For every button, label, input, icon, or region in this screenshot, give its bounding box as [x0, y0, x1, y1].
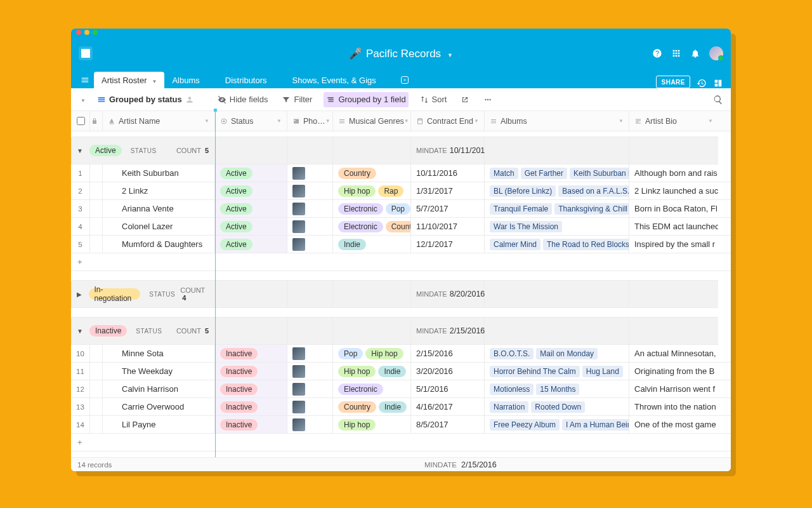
cell-genres[interactable]: Indie	[333, 236, 411, 253]
window-zoom-button[interactable]	[93, 30, 98, 35]
cell-contract-end[interactable]: 11/10/2017	[411, 218, 485, 235]
cell-contract-end[interactable]: 3/20/2016	[411, 363, 485, 380]
cell-status[interactable]: Inactive	[215, 380, 287, 398]
cell-status[interactable]: Inactive	[215, 345, 287, 362]
cell-albums[interactable]: Motionless15 Months	[485, 380, 629, 398]
collapse-views-icon[interactable]	[79, 95, 86, 104]
apps-grid-icon[interactable]	[671, 48, 681, 58]
cell-artist-name[interactable]: The Weekday	[103, 363, 215, 380]
cell-artist-name[interactable]: Keith Suburban	[103, 164, 215, 182]
filter-button[interactable]: Filter	[279, 92, 315, 107]
bell-icon[interactable]	[690, 48, 700, 58]
table-row[interactable]: 1Keith SuburbanActiveCountry10/11/2016Ma…	[71, 164, 731, 182]
cell-contract-end[interactable]: 8/5/2017	[411, 416, 485, 433]
column-albums[interactable]: Albums	[485, 111, 629, 131]
table-row[interactable]: 5Mumford & DaughtersActiveIndie12/1/2017…	[71, 236, 731, 253]
share-view-icon[interactable]	[458, 92, 472, 107]
hide-fields-button[interactable]: Hide fields	[215, 92, 271, 107]
tab-shows-events-gigs[interactable]: Shows, Events, & Gigs	[285, 72, 384, 88]
cell-bio[interactable]: One of the most game	[629, 416, 718, 433]
cell-status[interactable]: Active	[215, 218, 287, 235]
cell-genres[interactable]: Hip hopRap	[333, 182, 411, 199]
cell-photo[interactable]	[287, 200, 333, 217]
cell-genres[interactable]: Country	[333, 164, 411, 182]
app-logo-icon[interactable]	[79, 46, 93, 60]
group-button[interactable]: Grouped by 1 field	[324, 92, 408, 107]
table-row[interactable]: 22 LinkzActiveHip hopRap1/31/2017BL (Bef…	[71, 182, 731, 200]
cell-status[interactable]: Active	[215, 236, 287, 253]
cell-photo[interactable]	[287, 363, 333, 380]
cell-photo[interactable]	[287, 182, 333, 199]
cell-status[interactable]: Inactive	[215, 416, 287, 433]
cell-artist-name[interactable]: Calvin Harrison	[103, 380, 215, 398]
cell-status[interactable]: Active	[215, 200, 287, 217]
cell-artist-name[interactable]: Arianna Vente	[103, 200, 215, 217]
tab-artist-roster[interactable]: Artist Roster	[94, 72, 164, 88]
cell-photo[interactable]	[287, 380, 333, 398]
sidebar-toggle-icon[interactable]	[79, 74, 91, 86]
tab-albums[interactable]: Albums	[164, 72, 207, 88]
column-genres[interactable]: Musical Genres	[333, 111, 411, 131]
cell-bio[interactable]: Originating from the B	[629, 363, 718, 380]
add-row-button[interactable]: +	[71, 253, 731, 271]
cell-albums[interactable]: NarrationRooted Down	[485, 398, 629, 415]
cell-contract-end[interactable]: 5/1/2016	[411, 380, 485, 398]
more-options-icon[interactable]	[481, 92, 495, 107]
cell-albums[interactable]: Calmer MindThe Road to Red Blocks	[485, 236, 629, 253]
cell-bio[interactable]: This EDM act launched	[629, 218, 718, 235]
user-avatar[interactable]	[709, 46, 723, 60]
cell-albums[interactable]: BL (Before Linkz)Based on a F.A.L.S.E	[485, 182, 629, 199]
table-row[interactable]: 10Minne SotaInactivePopHip hop2/15/2016B…	[71, 345, 731, 363]
group-toggle-icon[interactable]: ▶	[77, 291, 84, 298]
window-minimize-button[interactable]	[84, 30, 89, 35]
view-switcher[interactable]: Grouped by status	[95, 92, 197, 107]
cell-genres[interactable]: Electronic	[333, 380, 411, 398]
cell-status[interactable]: Active	[215, 164, 287, 182]
cell-genres[interactable]: CountryIndie	[333, 398, 411, 415]
cell-bio[interactable]: Born in Boca Raton, Fl	[629, 200, 718, 217]
cell-artist-name[interactable]: Minne Sota	[103, 345, 215, 362]
cell-contract-end[interactable]: 2/15/2016	[411, 345, 485, 362]
column-photo[interactable]: Pho…	[287, 111, 333, 131]
cell-albums[interactable]: Tranquil FemaleThanksgiving & Chill	[485, 200, 629, 217]
cell-contract-end[interactable]: 1/31/2017	[411, 182, 485, 199]
window-close-button[interactable]	[76, 30, 81, 35]
cell-albums[interactable]: MatchGet FartherKeith Suburban in	[485, 164, 629, 182]
group-toggle-icon[interactable]: ▼	[77, 147, 84, 154]
select-all-checkbox[interactable]	[71, 111, 90, 131]
cell-bio[interactable]: Calvin Harrison went f	[629, 380, 718, 398]
cell-bio[interactable]: Inspired by the small r	[629, 236, 718, 253]
table-row[interactable]: 3Arianna VenteActiveElectronicPop5/7/201…	[71, 200, 731, 218]
table-row[interactable]: 11The WeekdayInactiveHip hopIndie3/20/20…	[71, 363, 731, 380]
cell-artist-name[interactable]: 2 Linkz	[103, 182, 215, 199]
column-artist-name[interactable]: Artist Name	[103, 111, 215, 131]
cell-photo[interactable]	[287, 398, 333, 415]
frozen-columns-divider[interactable]	[215, 111, 216, 457]
cell-photo[interactable]	[287, 236, 333, 253]
cell-photo[interactable]	[287, 164, 333, 182]
cell-artist-name[interactable]: Mumford & Daughters	[103, 236, 215, 253]
cell-bio[interactable]: Although born and rais	[629, 164, 718, 182]
cell-status[interactable]: Inactive	[215, 398, 287, 415]
table-row[interactable]: 14Lil PayneInactiveHip hop8/5/2017Free P…	[71, 416, 731, 434]
cell-contract-end[interactable]: 5/7/2017	[411, 200, 485, 217]
cell-artist-name[interactable]: Carrie Overwood	[103, 398, 215, 415]
cell-genres[interactable]: ElectronicCountry	[333, 218, 411, 235]
search-icon[interactable]	[713, 95, 723, 105]
cell-genres[interactable]: Hip hop	[333, 416, 411, 433]
add-table-button[interactable]	[398, 73, 412, 87]
cell-photo[interactable]	[287, 416, 333, 433]
cell-artist-name[interactable]: Lil Payne	[103, 416, 215, 433]
help-icon[interactable]	[652, 48, 662, 58]
cell-genres[interactable]: Hip hopIndie	[333, 363, 411, 380]
cell-status[interactable]: Inactive	[215, 363, 287, 380]
cell-genres[interactable]: PopHip hop	[333, 345, 411, 362]
cell-albums[interactable]: Free Peezy AlbumI Am a Human Being	[485, 416, 629, 433]
cell-photo[interactable]	[287, 218, 333, 235]
cell-bio[interactable]: 2 Linkz launched a suc	[629, 182, 718, 199]
table-row[interactable]: 13Carrie OverwoodInactiveCountryIndie4/1…	[71, 398, 731, 416]
column-contract-end[interactable]: Contract End	[411, 111, 485, 131]
column-bio[interactable]: Artist Bio	[629, 111, 718, 131]
sort-button[interactable]: Sort	[417, 92, 450, 107]
column-status[interactable]: Status	[215, 111, 287, 131]
